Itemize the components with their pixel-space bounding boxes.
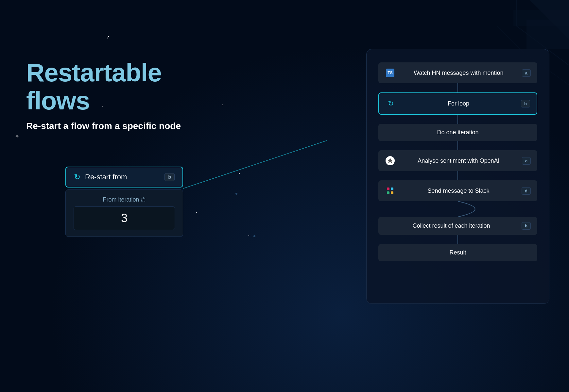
star-4 (249, 235, 249, 236)
subtitle: Re-start a flow from a specific node (26, 121, 229, 131)
node-for-loop-badge: b (521, 100, 530, 107)
plus-star-2: + (106, 35, 109, 41)
node-do-iteration-label: Do one iteration (385, 129, 531, 136)
iteration-label: From iteration #: (74, 196, 175, 203)
restart-box[interactable]: ↻ Re-start from b (65, 167, 183, 188)
node-analyse-sentiment[interactable]: Analyse sentiment with OpenAI c (378, 150, 537, 171)
svg-rect-7 (391, 188, 393, 190)
svg-rect-6 (387, 188, 389, 190)
curved-connector (378, 201, 537, 217)
node-send-slack[interactable]: Send message to Slack d (378, 180, 537, 201)
slack-icon (385, 186, 395, 196)
node-do-iteration[interactable]: Do one iteration (378, 124, 537, 141)
openai-icon (385, 155, 395, 166)
node-send-slack-label: Send message to Slack (399, 188, 518, 194)
iteration-value: 3 (121, 211, 128, 225)
flow-panel: TS Watch HN messages with mention a ↻ Fo… (366, 49, 549, 304)
node-result[interactable]: Result (378, 244, 537, 261)
node-watch-hn-badge: a (522, 69, 531, 77)
node-analyse-label: Analyse sentiment with OpenAI (399, 157, 518, 164)
restart-badge: b (164, 173, 175, 181)
dot-2 (235, 193, 237, 195)
dot-1 (253, 235, 255, 237)
svg-rect-9 (391, 191, 393, 194)
node-collect-result[interactable]: Collect result of each iteration b (378, 217, 537, 235)
node-watch-hn[interactable]: TS Watch HN messages with mention a (378, 62, 537, 83)
connector-2 (457, 115, 458, 124)
svg-rect-8 (387, 191, 389, 194)
node-collect-badge: b (522, 222, 531, 230)
star-5 (196, 212, 197, 213)
node-analyse-badge: c (522, 157, 531, 165)
svg-rect-4 (513, 10, 569, 26)
plus-star-1: ✦ (14, 132, 20, 140)
node-result-label: Result (385, 249, 531, 256)
node-for-loop[interactable]: ↻ For loop b (378, 92, 537, 115)
connector-3 (457, 141, 458, 150)
connector-6 (457, 235, 458, 244)
main-title: Restartable flows (26, 59, 229, 115)
node-collect-label: Collect result of each iteration (385, 222, 518, 229)
refresh-icon: ↻ (386, 98, 396, 109)
node-watch-hn-label: Watch HN messages with mention (399, 70, 518, 76)
restart-label: Re-start from (85, 173, 160, 181)
iteration-value-box[interactable]: 3 (74, 206, 175, 230)
iteration-box: From iteration #: 3 (65, 189, 183, 237)
connector-4 (457, 171, 458, 180)
star-3 (239, 173, 240, 174)
left-panel: Restartable flows Re-start a flow from a… (26, 59, 229, 131)
restart-card: ↻ Re-start from b From iteration #: 3 (65, 167, 183, 237)
node-for-loop-label: For loop (400, 100, 517, 107)
restart-icon: ↻ (74, 172, 80, 182)
node-send-slack-badge: d (522, 187, 531, 195)
ts-icon: TS (385, 68, 395, 78)
connector-1 (457, 83, 458, 92)
